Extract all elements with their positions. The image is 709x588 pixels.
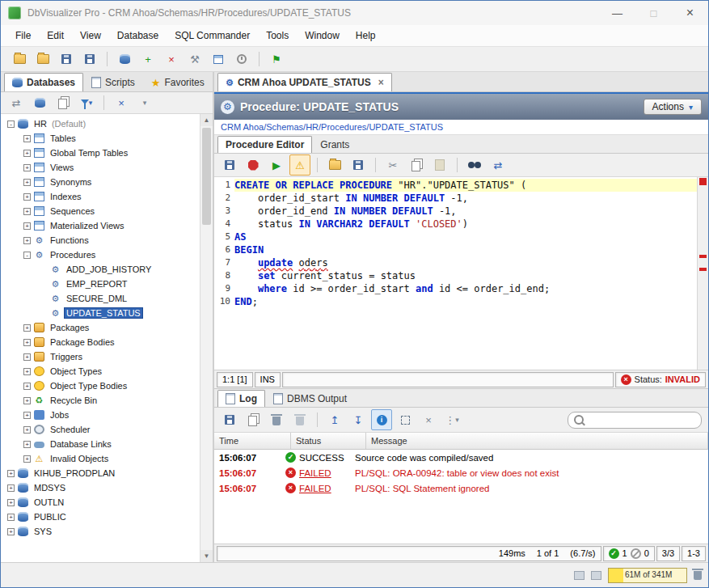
filter-button[interactable]: ▾ xyxy=(76,92,97,113)
menu-tools[interactable]: Tools xyxy=(258,25,297,46)
log-row[interactable]: 15:06:07✓SUCCESSSource code was compiled… xyxy=(214,450,708,465)
tree-item-indexes[interactable]: +Indexes xyxy=(4,189,200,204)
tree-expander[interactable]: + xyxy=(23,412,31,419)
error-mark[interactable] xyxy=(699,178,707,185)
load-from-file-button[interactable] xyxy=(324,154,345,176)
tree-expander[interactable]: + xyxy=(23,208,31,215)
log-export-button[interactable] xyxy=(219,409,240,430)
tree-item-hr[interactable]: -HR(Default) xyxy=(4,116,200,131)
error-mark[interactable] xyxy=(699,255,707,258)
tree-item-synonyms[interactable]: +Synonyms xyxy=(4,175,200,189)
code-editor[interactable]: 1CREATE OR REPLACE PROCEDURE "HR"."UPDAT… xyxy=(214,177,708,370)
scroll-thumb[interactable] xyxy=(202,128,211,225)
tab-scripts[interactable]: Scripts xyxy=(83,73,143,91)
log-copy-button[interactable] xyxy=(243,409,264,430)
log-row[interactable]: 15:06:07×FAILEDPL/SQL: SQL Statement ign… xyxy=(214,480,708,496)
stop-button[interactable] xyxy=(243,154,264,176)
tree-item-materialized-views[interactable]: +Materialized Views xyxy=(4,218,200,233)
log-search-input[interactable] xyxy=(588,414,706,425)
sql-commander-button[interactable]: ⚑ xyxy=(266,49,287,70)
menu-view[interactable]: View xyxy=(72,25,109,46)
find-button[interactable] xyxy=(464,154,485,176)
close-log-button[interactable]: × xyxy=(418,409,439,430)
log-clear-button[interactable] xyxy=(289,409,310,430)
navigate-button[interactable]: ⇄ xyxy=(6,92,27,113)
tree-item-mdsys[interactable]: +MDSYS xyxy=(4,480,200,495)
error-mark[interactable] xyxy=(699,268,707,271)
code-area[interactable]: 1CREATE OR REPLACE PROCEDURE "HR"."UPDAT… xyxy=(214,177,697,370)
duplicate-connection-button[interactable] xyxy=(53,92,74,113)
new-table-button[interactable] xyxy=(208,49,229,70)
compare-button[interactable]: ⇄ xyxy=(487,154,509,176)
disconnect-button[interactable]: × xyxy=(111,92,132,113)
tree-expander[interactable]: + xyxy=(23,179,31,186)
tree-item-database-links[interactable]: +Database Links xyxy=(4,437,200,451)
column-header-message[interactable]: Message xyxy=(366,433,708,449)
scroll-bottom-button[interactable]: ↧ xyxy=(348,409,369,430)
column-header-status[interactable]: Status xyxy=(291,433,366,449)
tab-grants[interactable]: Grants xyxy=(312,136,357,153)
tab-favorites[interactable]: ★ Favorites xyxy=(143,73,213,91)
scroll-up-arrow[interactable]: ▲ xyxy=(200,114,213,126)
tree-item-tables[interactable]: +Tables xyxy=(4,131,200,146)
tree-item-object-types[interactable]: +Object Types xyxy=(4,364,200,379)
show-errors-button[interactable]: ⚠ xyxy=(289,154,310,176)
execute-button[interactable]: ▶ xyxy=(266,154,287,176)
tree-expander[interactable]: + xyxy=(23,324,31,332)
save-button[interactable] xyxy=(56,49,77,70)
tree-item-kihub-prodplan[interactable]: +KIHUB_PRODPLAN xyxy=(4,466,200,480)
log-delete-button[interactable] xyxy=(266,409,287,430)
tree-expander[interactable]: + xyxy=(7,499,15,506)
tree-item-jobs[interactable]: +Jobs xyxy=(4,408,200,422)
tree-item-functions[interactable]: +⚙Functions xyxy=(4,233,200,247)
cut-button[interactable]: ✂ xyxy=(382,154,403,176)
log-row[interactable]: 15:06:07×FAILEDPL/SQL: ORA-00942: table … xyxy=(214,465,708,480)
tree-item-outln[interactable]: +OUTLN xyxy=(4,495,200,510)
recent-button[interactable] xyxy=(231,49,252,70)
tree-expander[interactable]: + xyxy=(7,514,15,521)
menu-window[interactable]: Window xyxy=(297,25,348,46)
remove-connection-button[interactable]: × xyxy=(161,49,182,70)
menu-database[interactable]: Database xyxy=(109,25,167,46)
menu-help[interactable]: Help xyxy=(348,25,384,46)
tree-item-public[interactable]: +PUBLIC xyxy=(4,510,200,524)
tree-item-secure-dml[interactable]: ⚙SECURE_DML xyxy=(4,291,200,306)
tree-expander[interactable]: + xyxy=(23,353,31,361)
tree-expander[interactable]: + xyxy=(23,455,31,463)
save-as-button[interactable] xyxy=(79,49,100,70)
tree-options-button[interactable]: ▾ xyxy=(134,92,155,113)
tree-item-procedures[interactable]: -⚙Procedures xyxy=(4,247,200,262)
tree-expander[interactable]: + xyxy=(23,150,31,157)
tree-expander[interactable]: + xyxy=(7,528,15,535)
garbage-collect-icon[interactable] xyxy=(694,571,702,580)
tree-expander[interactable]: + xyxy=(23,193,31,201)
column-options-button[interactable]: ⋮▾ xyxy=(441,409,462,430)
tree-item-sys[interactable]: +SYS xyxy=(4,524,200,539)
tree-expander[interactable]: + xyxy=(23,135,31,142)
tree-item-global-temp-tables[interactable]: +Global Temp Tables xyxy=(4,146,200,160)
tree-expander[interactable]: + xyxy=(23,237,31,244)
tab-log[interactable]: Log xyxy=(217,390,265,407)
tree-expander[interactable]: + xyxy=(23,339,31,346)
close-button[interactable]: × xyxy=(672,1,708,25)
column-header-time[interactable]: Time xyxy=(214,433,291,449)
tree-item-packages[interactable]: +Packages xyxy=(4,320,200,335)
tree-item-add-job-history[interactable]: ⚙ADD_JOB_HISTORY xyxy=(4,262,200,277)
tree-expander[interactable]: + xyxy=(7,484,15,492)
tab-dbms-output[interactable]: DBMS Output xyxy=(265,390,355,407)
minimize-button[interactable]: — xyxy=(599,1,635,25)
menu-file[interactable]: File xyxy=(7,25,39,46)
tree-item-emp-report[interactable]: ⚙EMP_REPORT xyxy=(4,277,200,291)
scroll-top-button[interactable]: ↥ xyxy=(324,409,345,430)
tree-expander[interactable]: + xyxy=(23,383,31,390)
tree-expander[interactable]: - xyxy=(7,121,15,128)
tree-item-sequences[interactable]: +Sequences xyxy=(4,204,200,218)
tree-expander[interactable]: + xyxy=(23,441,31,448)
tree-item-update-status[interactable]: ⚙UPDATE_STATUS xyxy=(4,306,200,320)
tree-expander[interactable]: + xyxy=(23,222,31,230)
tree-expander[interactable]: + xyxy=(23,368,31,375)
tree-item-package-bodies[interactable]: +Package Bodies xyxy=(4,335,200,349)
tree-item-views[interactable]: +Views xyxy=(4,160,200,175)
object-tab[interactable]: ⚙ CRM Ahoa UPDATE_STATUS × xyxy=(217,73,392,91)
tree-item-invalid-objects[interactable]: +⚠Invalid Objects xyxy=(4,451,200,466)
